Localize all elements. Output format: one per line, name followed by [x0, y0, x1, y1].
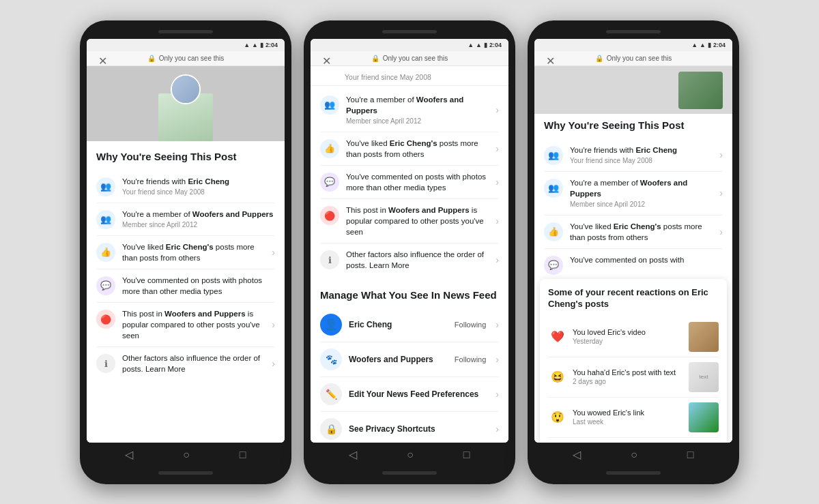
back-button-1[interactable]: ◁ [119, 445, 139, 464]
phone-1: ▲ ▲ ▮ 2:04 🔒 Only you can see this ✕ [80, 20, 291, 484]
home-button-3[interactable]: ○ [625, 446, 643, 464]
screen-content-2: Your friend since May 2008 👥 You're a me… [311, 66, 508, 443]
chevron-2-4: › [495, 254, 499, 265]
reason-icon-1-3: 💬 [96, 276, 115, 295]
manage-item-woofers[interactable]: 🐾 Woofers and Puppers Following › [320, 342, 499, 377]
edit-feed-label: Edit Your News Feed Preferences [349, 389, 489, 399]
time-2: 2:04 [489, 42, 502, 48]
chevron-2-1: › [495, 143, 499, 154]
status-bar-1: ▲ ▲ ▮ 2:04 [87, 39, 285, 51]
reason-2-0[interactable]: 👥 You're a member of Woofers and Puppers… [320, 89, 499, 132]
recents-button-1[interactable]: □ [234, 446, 252, 464]
reactions-card-3: Some of your recent reactions on Eric Ch… [540, 279, 727, 443]
reason-icon-1-1: 👥 [96, 210, 115, 229]
reaction-3-1: 😆 You haha'd Eric's post with text 2 day… [548, 357, 719, 398]
privacy-chevron: › [495, 424, 499, 434]
recents-button-2[interactable]: □ [458, 446, 476, 464]
battery-icon-2: ▮ [484, 42, 487, 48]
time-1: 2:04 [265, 42, 278, 48]
reason-3-0[interactable]: 👥 You're friends with Eric Cheng Your fr… [544, 139, 723, 172]
privacy-text-3: Only you can see this [607, 55, 672, 62]
time-3: 2:04 [713, 42, 725, 48]
reason-text-3-1: You're a member of Woofers and Puppers M… [570, 177, 713, 209]
bottom-nav-1: ◁ ○ □ [87, 443, 285, 467]
phone-2: ▲ ▲ ▮ 2:04 🔒 Only you can see this ✕ You… [304, 20, 515, 484]
manage-item-eric[interactable]: 👤 Eric Cheng Following › [320, 308, 499, 342]
eric-label: Eric Cheng [349, 320, 448, 329]
privacy-text-1: Only you can see this [159, 55, 225, 62]
avatar-1 [171, 74, 201, 104]
signal-icon-2: ▲ [476, 42, 482, 48]
reason-item-1-4[interactable]: 🔴 This post in Woofers and Puppers is po… [96, 303, 275, 347]
reactions-title-3: Some of your recent reactions on Eric Ch… [548, 287, 719, 310]
wifi-icon-1: ▲ [244, 42, 250, 48]
reason-text-2-3: This post in Woofers and Puppers is popu… [346, 205, 489, 237]
battery-icon-3: ▮ [708, 42, 711, 48]
close-button-1[interactable]: ✕ [95, 54, 110, 69]
see-all-interactions-3[interactable]: ☰ See All of Your Interactions [548, 438, 719, 443]
reason-icon-3-3: 💬 [544, 256, 563, 275]
reason-text-2-4: Other factors also influence the order o… [346, 249, 489, 271]
back-button-3[interactable]: ◁ [567, 445, 586, 464]
recents-button-3[interactable]: □ [682, 446, 700, 464]
woofers-following-badge: Following [455, 355, 486, 364]
reason-item-1-5[interactable]: ℹ Other factors also influence the order… [96, 347, 275, 380]
reason-icon-3-2: 👍 [544, 222, 563, 241]
reaction-text-3-0: You loved Eric's video Yesterday [573, 327, 683, 346]
woofers-chevron: › [495, 354, 499, 365]
hero-area-3 [534, 66, 732, 114]
reason-icon-1-5: ℹ [96, 354, 115, 373]
screen-2: ▲ ▲ ▮ 2:04 🔒 Only you can see this ✕ You… [311, 39, 508, 443]
reaction-3-2: 😲 You wowed Eric's link Last week [548, 398, 719, 438]
reason-text-3-3: You've commented on posts with [570, 254, 723, 265]
reason-text-1-0: You're friends with Eric Cheng Your frie… [122, 176, 275, 197]
privacy-bar-2: 🔒 Only you can see this [311, 51, 508, 66]
manage-item-edit-feed[interactable]: ✏️ Edit Your News Feed Preferences › [320, 377, 499, 412]
reason-text-1-3: You've commented on posts with photos mo… [122, 275, 275, 297]
reason-3-1[interactable]: 👥 You're a member of Woofers and Puppers… [544, 172, 723, 216]
reason-3-2[interactable]: 👍 You've liked Eric Cheng's posts more t… [544, 216, 723, 249]
reason-2-2[interactable]: 💬 You've commented on posts with photos … [320, 166, 499, 199]
privacy-bar-3: 🔒 Only you can see this [534, 51, 732, 66]
reaction-emoji-3-0: ❤️ [548, 327, 567, 346]
speaker-bottom-2 [382, 471, 437, 475]
reason-icon-1-2: 👍 [96, 243, 115, 262]
chevron-1-5: › [272, 358, 275, 369]
speaker-top-1 [158, 30, 213, 33]
reason-2-3[interactable]: 🔴 This post in Woofers and Puppers is po… [320, 199, 499, 243]
reason-item-1-0: 👥 You're friends with Eric Cheng Your fr… [96, 171, 275, 203]
status-icons-2: ▲ ▲ ▮ 2:04 [468, 42, 502, 48]
reason-item-1-2[interactable]: 👍 You've liked Eric Cheng's posts more t… [96, 236, 275, 269]
lock-icon-3: 🔒 [595, 55, 603, 62]
close-button-3[interactable]: ✕ [543, 54, 558, 69]
signal-icon-3: ▲ [700, 42, 706, 48]
home-button-2[interactable]: ○ [401, 446, 419, 464]
battery-icon-1: ▮ [260, 42, 263, 48]
eric-avatar-icon: 👤 [320, 314, 342, 336]
status-bar-3: ▲ ▲ ▮ 2:04 [534, 39, 732, 51]
lock-icon-1: 🔒 [147, 55, 156, 62]
reason-2-1[interactable]: 👍 You've liked Eric Cheng's posts more t… [320, 132, 499, 166]
privacy-label: See Privacy Shortcuts [349, 424, 489, 434]
reason-icon-2-1: 👍 [320, 139, 339, 158]
screen-content-1: Why You're Seeing This Post 👥 You're fri… [87, 66, 285, 443]
signal-icon-1: ▲ [252, 42, 258, 48]
friend-since-2: Your friend since May 2008 [311, 66, 508, 86]
reason-icon-2-4: ℹ [320, 250, 339, 269]
back-button-2[interactable]: ◁ [343, 445, 362, 464]
chevron-2-0: › [495, 104, 499, 115]
privacy-bar-1: 🔒 Only you can see this [87, 51, 285, 66]
status-bar-2: ▲ ▲ ▮ 2:04 [311, 39, 508, 51]
phone-3: ▲ ▲ ▮ 2:04 🔒 Only you can see this ✕ [528, 20, 739, 484]
edit-feed-icon: ✏️ [320, 383, 342, 405]
manage-title-2: Manage What You See In News Feed [320, 289, 499, 301]
reason-2-4[interactable]: ℹ Other factors also influence the order… [320, 243, 499, 276]
wifi-icon-2: ▲ [468, 42, 474, 48]
screen-1: ▲ ▲ ▮ 2:04 🔒 Only you can see this ✕ [87, 39, 285, 443]
reaction-text-3-1: You haha'd Eric's post with text 2 days … [573, 368, 683, 386]
home-button-1[interactable]: ○ [177, 446, 195, 464]
edit-feed-chevron: › [495, 389, 499, 400]
manage-item-privacy[interactable]: 🔒 See Privacy Shortcuts › [320, 412, 499, 443]
close-button-2[interactable]: ✕ [319, 54, 334, 69]
reaction-3-0: ❤️ You loved Eric's video Yesterday [548, 317, 719, 357]
